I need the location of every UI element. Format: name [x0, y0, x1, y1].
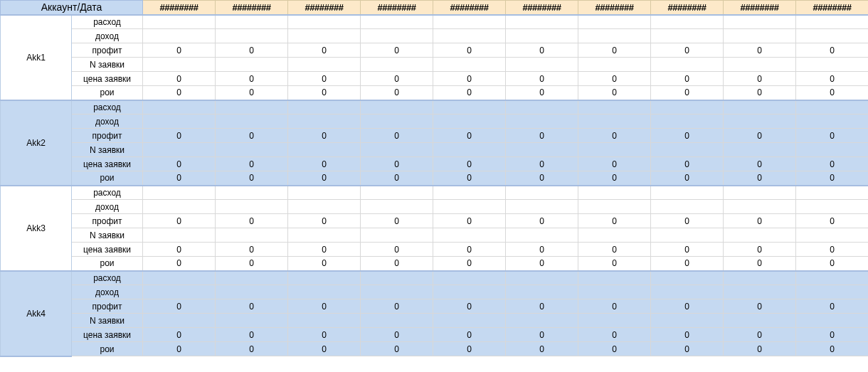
data-cell[interactable]: [651, 100, 724, 115]
data-cell[interactable]: [506, 143, 578, 157]
data-cell[interactable]: [143, 29, 216, 43]
data-cell[interactable]: 0: [724, 43, 796, 58]
data-cell[interactable]: 0: [651, 257, 724, 271]
metric-label-cell[interactable]: доход: [72, 285, 143, 299]
data-cell[interactable]: 0: [143, 328, 216, 342]
data-cell[interactable]: 0: [724, 171, 796, 186]
data-cell[interactable]: [216, 15, 288, 29]
data-cell[interactable]: 0: [578, 342, 651, 356]
data-cell[interactable]: [361, 58, 433, 72]
header-date-col[interactable]: ########: [143, 1, 216, 15]
account-name-cell[interactable]: Akk3: [1, 186, 72, 271]
data-cell[interactable]: [651, 186, 724, 200]
data-cell[interactable]: 0: [433, 157, 506, 171]
data-cell[interactable]: 0: [143, 171, 216, 186]
data-cell[interactable]: 0: [361, 328, 433, 342]
data-cell[interactable]: [288, 228, 361, 243]
data-cell[interactable]: 0: [216, 342, 288, 356]
account-name-cell[interactable]: Akk2: [1, 100, 72, 186]
data-cell[interactable]: 0: [796, 43, 869, 58]
data-cell[interactable]: [288, 115, 361, 129]
metric-label-cell[interactable]: N заявки: [72, 58, 143, 72]
data-cell[interactable]: [578, 29, 651, 43]
data-cell[interactable]: [651, 143, 724, 157]
data-cell[interactable]: [361, 115, 433, 129]
data-cell[interactable]: 0: [216, 257, 288, 271]
data-cell[interactable]: [578, 228, 651, 243]
data-cell[interactable]: 0: [361, 129, 433, 143]
data-cell[interactable]: [724, 314, 796, 328]
data-cell[interactable]: 0: [361, 171, 433, 186]
data-cell[interactable]: 0: [143, 342, 216, 356]
data-cell[interactable]: [361, 200, 433, 214]
data-cell[interactable]: [651, 115, 724, 129]
data-cell[interactable]: [651, 29, 724, 43]
data-cell[interactable]: 0: [288, 129, 361, 143]
metric-label-cell[interactable]: доход: [72, 29, 143, 43]
data-cell[interactable]: [506, 115, 578, 129]
data-cell[interactable]: [433, 314, 506, 328]
data-cell[interactable]: [361, 15, 433, 29]
spreadsheet-table[interactable]: Аккаунт/Дата ######## ######## ######## …: [0, 0, 868, 357]
data-cell[interactable]: [578, 200, 651, 214]
data-cell[interactable]: [578, 271, 651, 285]
data-cell[interactable]: 0: [724, 214, 796, 228]
data-cell[interactable]: 0: [724, 257, 796, 271]
data-cell[interactable]: [651, 271, 724, 285]
data-cell[interactable]: [288, 285, 361, 299]
data-cell[interactable]: 0: [216, 299, 288, 314]
data-cell[interactable]: 0: [796, 342, 869, 356]
data-cell[interactable]: 0: [651, 342, 724, 356]
data-cell[interactable]: [433, 100, 506, 115]
metric-label-cell[interactable]: цена заявки: [72, 243, 143, 257]
data-cell[interactable]: 0: [433, 72, 506, 86]
data-cell[interactable]: [796, 15, 869, 29]
data-cell[interactable]: 0: [288, 243, 361, 257]
data-cell[interactable]: 0: [796, 157, 869, 171]
data-cell[interactable]: 0: [578, 129, 651, 143]
data-cell[interactable]: [433, 186, 506, 200]
data-cell[interactable]: 0: [216, 243, 288, 257]
data-cell[interactable]: [433, 285, 506, 299]
data-cell[interactable]: 0: [651, 129, 724, 143]
data-cell[interactable]: [796, 271, 869, 285]
data-cell[interactable]: [724, 200, 796, 214]
data-cell[interactable]: [288, 58, 361, 72]
data-cell[interactable]: [216, 271, 288, 285]
data-cell[interactable]: 0: [361, 86, 433, 100]
data-cell[interactable]: 0: [361, 257, 433, 271]
data-cell[interactable]: [506, 271, 578, 285]
header-account-date[interactable]: Аккаунт/Дата: [1, 1, 143, 15]
data-cell[interactable]: 0: [506, 129, 578, 143]
data-cell[interactable]: 0: [578, 171, 651, 186]
data-cell[interactable]: 0: [796, 72, 869, 86]
data-cell[interactable]: 0: [361, 214, 433, 228]
data-cell[interactable]: 0: [143, 72, 216, 86]
metric-label-cell[interactable]: цена заявки: [72, 328, 143, 342]
data-cell[interactable]: [288, 15, 361, 29]
data-cell[interactable]: [506, 228, 578, 243]
data-cell[interactable]: 0: [506, 342, 578, 356]
data-cell[interactable]: [433, 29, 506, 43]
data-cell[interactable]: 0: [724, 299, 796, 314]
data-cell[interactable]: [506, 15, 578, 29]
data-cell[interactable]: [506, 100, 578, 115]
data-cell[interactable]: 0: [506, 72, 578, 86]
data-cell[interactable]: [796, 115, 869, 129]
metric-label-cell[interactable]: профит: [72, 214, 143, 228]
data-cell[interactable]: 0: [578, 328, 651, 342]
data-cell[interactable]: [143, 285, 216, 299]
data-cell[interactable]: 0: [578, 257, 651, 271]
data-cell[interactable]: [216, 285, 288, 299]
data-cell[interactable]: [724, 58, 796, 72]
data-cell[interactable]: 0: [796, 328, 869, 342]
data-cell[interactable]: [724, 29, 796, 43]
data-cell[interactable]: [288, 271, 361, 285]
data-cell[interactable]: [216, 143, 288, 157]
data-cell[interactable]: [724, 186, 796, 200]
data-cell[interactable]: 0: [433, 243, 506, 257]
data-cell[interactable]: 0: [288, 72, 361, 86]
data-cell[interactable]: 0: [651, 72, 724, 86]
data-cell[interactable]: [506, 200, 578, 214]
data-cell[interactable]: [506, 314, 578, 328]
